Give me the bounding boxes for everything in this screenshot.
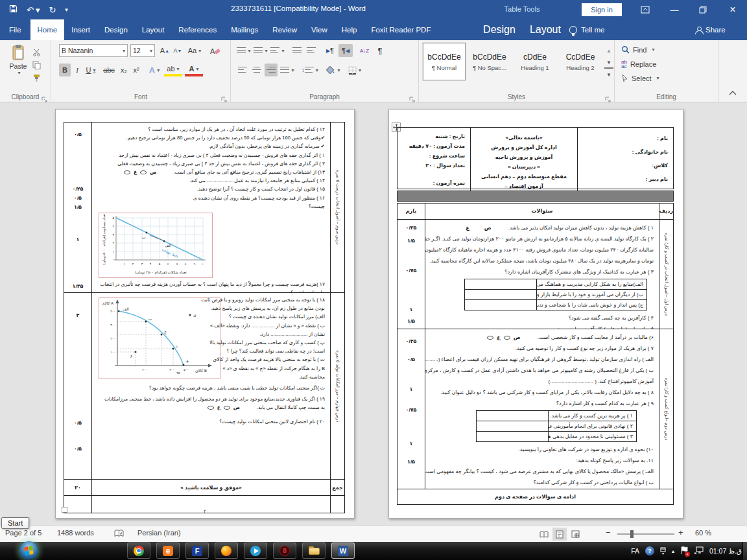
sign-in-button[interactable]: Sign in (582, 3, 622, 16)
style-no-spacing[interactable]: bCcDdEe¶ No Spac... (468, 43, 511, 80)
ribbon-display-options-button[interactable] (632, 0, 658, 19)
align-right-button[interactable] (265, 64, 278, 76)
zoom-slider-track[interactable] (617, 533, 674, 535)
language-fa-indicator[interactable]: FA (631, 547, 639, 555)
clear-formatting-button[interactable]: A (208, 44, 221, 57)
decrease-indent-button[interactable] (290, 44, 303, 57)
paragraph-dialog-launcher[interactable] (409, 94, 416, 100)
word-count[interactable]: 1488 words (57, 529, 94, 537)
tab-review[interactable]: Review (265, 19, 304, 40)
styles-gallery-more[interactable]: ▼ (604, 67, 613, 80)
zoom-level[interactable]: 60 % (695, 529, 711, 537)
change-case-button[interactable]: Aa▾ (186, 44, 203, 57)
text-effects-button[interactable]: A▾ (147, 64, 161, 76)
tab-view[interactable]: View (304, 19, 335, 40)
multilevel-list-button[interactable]: ▾ (270, 44, 285, 57)
shading-button[interactable]: ▾ (324, 64, 342, 76)
styles-scroll-up[interactable]: ▲ (604, 44, 613, 57)
highlight-color-button[interactable]: ab▾ (164, 64, 182, 76)
taskbar-explorer-icon[interactable] (302, 542, 326, 559)
zoom-in-button[interactable]: + (678, 528, 683, 537)
styles-dialog-launcher[interactable] (605, 94, 611, 100)
paste-button[interactable]: Paste▾ (5, 44, 31, 87)
document-page-2[interactable]: درس سوم – اصول انتخاب درست ۵ نمره ۱۲ ) ک… (55, 109, 355, 519)
find-button[interactable]: Find▾ (621, 45, 654, 54)
show-hidden-icons-button[interactable]: ▴ (672, 548, 674, 554)
page-indicator[interactable]: Page 2 of 5 (5, 529, 42, 537)
font-size-combo[interactable]: 12▾ (130, 44, 155, 57)
taskbar-app-red-icon[interactable]: 8 (273, 542, 296, 559)
ltr-direction-button[interactable]: ▶¶ (323, 44, 337, 57)
minimize-button[interactable]: — (661, 0, 687, 19)
share-button[interactable]: Share (695, 19, 726, 40)
taskbar-telegram-icon[interactable] (244, 542, 267, 559)
proofing-icon[interactable] (114, 529, 124, 539)
tray-window-icon[interactable]: ▾ (660, 547, 666, 555)
tab-layout[interactable]: Layout (135, 19, 172, 40)
taskbar-app-f-icon[interactable]: F (185, 542, 209, 559)
styles-scroll-down[interactable]: ▼ (604, 56, 613, 69)
document-page-1[interactable]: نام : نام خانوادگی : کلاس: نام دبیر : «ب… (388, 109, 683, 519)
taskbar-chrome-icon[interactable] (127, 542, 150, 559)
web-layout-button[interactable] (568, 528, 582, 541)
font-color-button[interactable]: A▾ (185, 64, 203, 76)
table-resize-handle[interactable] (62, 507, 67, 513)
start-button[interactable] (19, 541, 38, 560)
tab-design[interactable]: Design (97, 19, 135, 40)
clipboard-dialog-launcher[interactable] (42, 94, 48, 100)
tab-file[interactable]: File (0, 19, 30, 40)
underline-button[interactable]: U▾ (83, 64, 99, 76)
borders-button[interactable]: ▾ (345, 64, 364, 76)
tab-foxit-reader-pdf[interactable]: Foxit Reader PDF (364, 19, 438, 40)
save-icon[interactable] (9, 5, 18, 15)
replace-button[interactable]: abacReplace (621, 60, 656, 69)
style-heading1[interactable]: cDdEeHeading 1 (514, 43, 556, 80)
zoom-slider-thumb[interactable] (630, 530, 634, 538)
taskbar-firefox-icon[interactable] (215, 542, 238, 559)
tab-references[interactable]: References (171, 19, 224, 40)
budget-line-figure[interactable]: ب الف خط بودجه ۱۲۳۴۵۶۷۸۹۱۰ ۱۲۳۴۵ تعداد ش… (99, 213, 213, 278)
print-layout-button[interactable] (552, 528, 567, 541)
style-heading2[interactable]: CcDdEeHeading 2 (559, 43, 602, 80)
undo-button[interactable]: ↶▾ (27, 5, 40, 15)
zoom-out-button[interactable]: − (606, 528, 611, 537)
tell-me-box[interactable]: Tell me (569, 19, 604, 40)
superscript-button[interactable]: x² (130, 64, 142, 76)
taskbar-word-icon[interactable]: W (331, 542, 355, 559)
language-indicator[interactable]: Persian (Iran) (137, 529, 181, 537)
ppf-figure[interactable]: الف ب ج د هـ ی و ۱۰۰۲۰۰۳۰۰۴۰۰ ۲۰۰۴۰۰۴۵۰۵… (99, 298, 220, 379)
taskbar-browser-e-icon[interactable]: e (156, 542, 180, 559)
format-painter-button[interactable] (32, 71, 41, 84)
help-tray-icon[interactable]: ? (645, 546, 654, 555)
bold-button[interactable]: B (59, 64, 71, 76)
italic-button[interactable]: I (73, 64, 82, 76)
font-dialog-launcher[interactable] (221, 94, 228, 100)
tab-home[interactable]: Home (30, 19, 65, 40)
select-button[interactable]: Select▾ (621, 74, 659, 82)
font-name-combo[interactable]: B Nazanin▾ (59, 44, 128, 57)
rtl-direction-button[interactable]: ¶◀ (338, 44, 353, 57)
strikethrough-button[interactable]: abc (101, 64, 117, 76)
copy-button[interactable] (32, 58, 41, 71)
read-mode-button[interactable] (537, 528, 551, 541)
clock[interactable]: 01:07 ق.ظ (709, 547, 742, 555)
action-center-flag-icon[interactable]: × (680, 546, 688, 556)
tab-help[interactable]: Help (335, 19, 364, 40)
tab-table-layout[interactable]: Layout (523, 19, 568, 40)
close-button[interactable]: × (720, 0, 746, 19)
style-normal[interactable]: bCcDdEe¶ Normal (423, 43, 466, 80)
shrink-font-button[interactable]: A▼ (172, 44, 184, 57)
collapse-ribbon-button[interactable] (729, 86, 737, 98)
subscript-button[interactable]: x₂ (118, 64, 130, 76)
tab-mailings[interactable]: Mailings (224, 19, 265, 40)
tab-insert[interactable]: Insert (64, 19, 97, 40)
align-center-button[interactable] (250, 64, 263, 76)
tab-table-design[interactable]: Design (476, 19, 523, 40)
cut-button[interactable] (32, 45, 41, 58)
numbering-button[interactable]: ▾ (253, 44, 268, 57)
restore-button[interactable] (690, 0, 716, 19)
justify-button[interactable]: ▾ (279, 64, 296, 76)
increase-indent-button[interactable] (305, 44, 318, 57)
sort-button[interactable]: A↓Z (357, 44, 372, 57)
show-desktop-button[interactable] (742, 542, 747, 560)
